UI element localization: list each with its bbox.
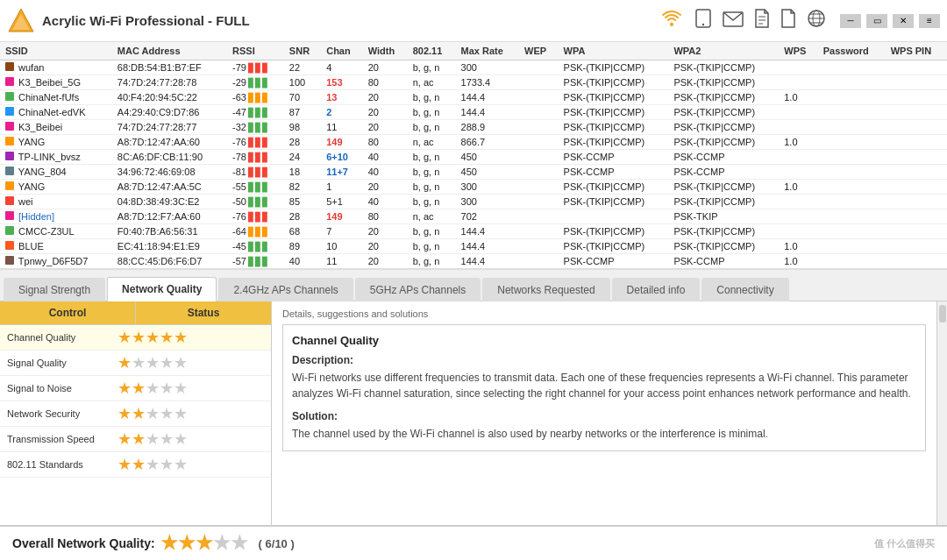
table-row[interactable]: ChinaNet-fUfs 40:F4:20:94:5C:22 -63▊▊▊ 7… [0,90,947,105]
tab-networks-requested[interactable]: Networks Requested [482,278,609,301]
cell-snr: 40 [284,254,321,269]
star-filled: ★ [132,429,146,449]
cell-wep [519,224,559,239]
cell-ssid: CMCC-Z3UL [0,224,112,239]
svg-point-2 [670,23,673,26]
cell-width: 40 [363,195,408,209]
table-row[interactable]: CMCC-Z3UL F0:40:7B:A6:56:31 -64▊▊▊ 68 7 … [0,224,947,239]
cell-password [818,180,886,195]
cell-mac: 34:96:72:46:69:08 [112,165,227,180]
cell-rssi: -76▊▊▊ [227,209,284,224]
cell-wpa: PSK-(TKIP|CCMP) [559,120,669,135]
overall-star-filled: ★ [160,532,178,555]
tab-detailed-info[interactable]: Detailed info [612,278,701,301]
cell-wpa: PSK-(TKIP|CCMP) [559,239,669,254]
table-row[interactable]: [Hidden] A8:7D:12:F7:AA:60 -76▊▊▊ 28 149… [0,209,947,224]
suggestion-header: Details, suggestions and solutions [282,308,926,319]
cell-maxrate: 144.4 [456,239,519,254]
solution-label: Solution: [292,410,916,422]
col-wpspin: WPS PIN [886,42,947,60]
cell-snr: 28 [284,209,321,224]
envelope-icon[interactable] [723,10,744,32]
cell-snr: 87 [284,105,321,120]
table-row[interactable]: YANG_804 34:96:72:46:69:08 -81▊▊▊ 18 11+… [0,165,947,180]
cell-mac: 40:F4:20:94:5C:22 [112,90,227,105]
cell-password [818,60,886,75]
tab-signal-strength[interactable]: Signal Strength [4,278,105,301]
cell-width: 20 [363,180,408,195]
cell-maxrate: 1733.4 [456,75,519,90]
cell-password [818,90,886,105]
star-empty: ★ [146,429,160,449]
cell-ssid: YANG [0,180,112,195]
document-icon[interactable] [780,9,796,33]
network-table-container: SSID MAC Address RSSI SNR Chan Width 802… [0,42,947,270]
cell-wpspin [886,254,947,269]
cell-wep [519,150,559,165]
quality-label: Transmission Speed [0,434,114,444]
tab-connectivity[interactable]: Connectivity [701,278,788,301]
table-row[interactable]: Tpnwy_D6F5D7 88:CC:45:D6:F6:D7 -57▊▊▊ 40… [0,254,947,269]
quality-row[interactable]: Signal Quality★★★★★ [0,351,271,376]
quality-row[interactable]: Channel Quality★★★★★ [0,325,271,351]
cell-password [818,150,886,165]
cell-rssi: -76▊▊▊ [227,135,284,150]
star-empty: ★ [174,429,188,449]
col-chan: Chan [321,42,362,60]
cell-maxrate: 144.4 [456,90,519,105]
overall-score: ( 6/10 ) [259,537,295,550]
cell-password [818,254,886,269]
col-ssid: SSID [0,42,112,60]
cell-rssi: -55▊▊▊ [227,180,284,195]
col-8011: 802.11 [408,42,456,60]
cell-wep [519,165,559,180]
cell-width: 20 [363,254,408,269]
table-row[interactable]: wei 04:8D:38:49:3C:E2 -50▊▊▊ 85 5+1 40 b… [0,195,947,209]
table-row[interactable]: BLUE EC:41:18:94:E1:E9 -45▊▊▊ 89 10 20 b… [0,239,947,254]
wifi-icon[interactable] [659,9,684,33]
table-row[interactable]: ChinaNet-edVK A4:29:40:C9:D7:86 -47▊▊▊ 8… [0,105,947,120]
cell-wpa: PSK-(TKIP|CCMP) [559,195,669,209]
cell-snr: 82 [284,180,321,195]
network-table: SSID MAC Address RSSI SNR Chan Width 802… [0,42,947,269]
tab-network-quality[interactable]: Network Quality [107,277,217,301]
cell-chan: 2 [321,105,362,120]
quality-row[interactable]: 802.11 Standards★★★★★ [0,452,271,478]
globe-icon[interactable] [807,9,826,33]
table-row[interactable]: TP-LINK_bvsz 8C:A6:DF:CB:11:90 -78▊▊▊ 24… [0,150,947,165]
minimize-button[interactable]: ─ [840,14,861,28]
close-button[interactable]: ✕ [893,14,914,28]
star-filled: ★ [132,328,146,347]
cell-ssid: K3_Beibei_5G [0,75,112,90]
cell-maxrate: 450 [456,150,519,165]
menu-button[interactable]: ≡ [919,14,940,28]
cell-wpspin [886,60,947,75]
restore-button[interactable]: ▭ [866,14,887,28]
cell-mac: 04:8D:38:49:3C:E2 [112,195,227,209]
quality-row[interactable]: Network Security★★★★★ [0,401,271,427]
cell-wps [779,195,818,209]
star-filled: ★ [117,328,132,347]
table-row[interactable]: K3_Beibei_5G 74:7D:24:77:28:78 -29▊▊▊ 10… [0,75,947,90]
cell-wps [779,120,818,135]
cell-snr: 98 [284,120,321,135]
table-row[interactable]: YANG A8:7D:12:47:AA:5C -55▊▊▊ 82 1 20 b,… [0,180,947,195]
col-rssi: RSSI [227,42,284,60]
cell-rssi: -57▊▊▊ [227,254,284,269]
cell-password [818,105,886,120]
quality-row[interactable]: Signal to Noise★★★★★ [0,376,271,401]
col-mac: MAC Address [112,42,227,60]
cell-maxrate: 300 [456,60,519,75]
cell-ssid: TP-LINK_bvsz [0,150,112,165]
cell-wps [779,75,818,90]
cell-wpspin [886,224,947,239]
file-icon[interactable] [754,9,770,33]
tab-24ghz-channels[interactable]: 2.4GHz APs Channels [218,278,352,301]
table-row[interactable]: YANG A8:7D:12:47:AA:60 -76▊▊▊ 28 149 80 … [0,135,947,150]
scrollbar[interactable] [936,301,947,525]
table-row[interactable]: K3_Beibei 74:7D:24:77:28:77 -32▊▊▊ 98 11… [0,120,947,135]
table-row[interactable]: wufan 68:DB:54:B1:B7:EF -79▊▊▊ 22 4 20 b… [0,60,947,75]
quality-row[interactable]: Transmission Speed★★★★★ [0,427,271,452]
tab-5ghz-channels[interactable]: 5GHz APs Channels [355,278,481,301]
tablet-icon[interactable] [694,9,712,33]
